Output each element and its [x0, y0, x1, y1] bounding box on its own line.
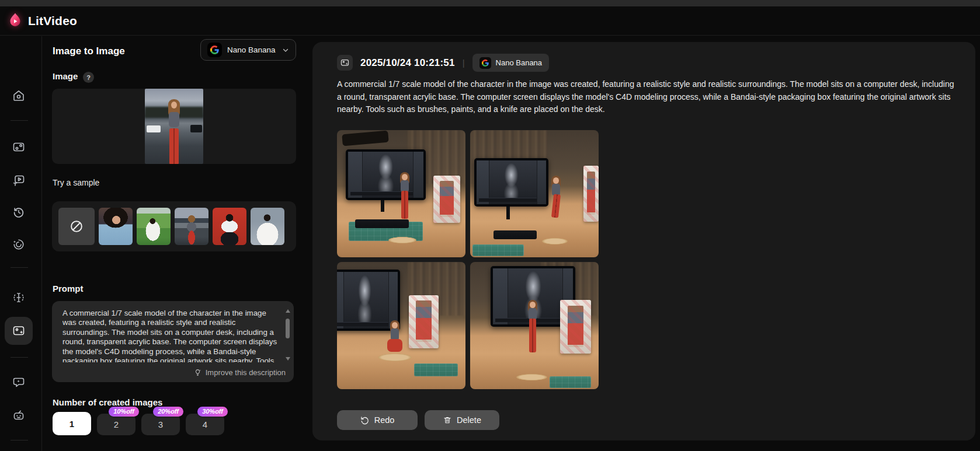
improve-description-label: Improve this description	[206, 368, 286, 377]
image-assets-icon	[12, 140, 26, 154]
sidebar-divider	[11, 440, 28, 440]
flame-play-icon	[8, 12, 23, 30]
delete-label: Delete	[457, 415, 481, 425]
sidebar-item-image-to-image-active[interactable]	[5, 317, 33, 345]
generated-image-2[interactable]	[470, 130, 599, 257]
sample-thumbnail-1[interactable]	[99, 208, 133, 245]
prompt-container: A commercial 1/7 scale model of the char…	[52, 301, 294, 382]
sidebar-divider	[11, 267, 28, 268]
generated-image-3[interactable]	[337, 262, 465, 389]
prompt-section-label: Prompt	[53, 284, 84, 293]
model-selector[interactable]: Nano Banana	[200, 39, 296, 61]
redo-label: Redo	[374, 415, 395, 425]
app-logo[interactable]: LitVideo	[8, 12, 77, 30]
image-count-options: 1 10%off 2 20%off 3 30%off 4	[53, 412, 224, 435]
text-to-video-icon	[12, 173, 26, 187]
image-help-icon[interactable]: ?	[83, 72, 94, 83]
prompt-scrollbar[interactable]	[285, 309, 290, 361]
delete-button[interactable]: Delete	[425, 410, 499, 430]
effects-icon	[12, 237, 26, 251]
chat-sparkle-icon	[12, 375, 26, 389]
image-to-image-icon	[337, 55, 353, 71]
uploaded-image-thumbnail	[145, 89, 203, 164]
sidebar-divider	[11, 357, 28, 358]
generation-result-card: 2025/10/24 10:21:51 | Nano Banana A comm…	[312, 42, 975, 440]
redo-button[interactable]: Redo	[337, 410, 418, 430]
google-g-icon	[207, 43, 222, 57]
image-section-label: Image	[53, 71, 78, 81]
generated-image-1[interactable]	[337, 130, 465, 257]
sample-section-label: Try a sample	[53, 178, 99, 187]
result-actions: Redo Delete	[337, 410, 499, 430]
result-timestamp: 2025/10/24 10:21:51	[360, 57, 455, 69]
robot-icon	[12, 408, 26, 422]
count-button-2[interactable]: 2	[97, 414, 135, 435]
count-section-label: Number of created images	[53, 397, 162, 407]
count-option-2: 10%off 2	[97, 414, 135, 435]
count-button-1[interactable]: 1	[53, 412, 91, 435]
sample-thumbnail-4[interactable]	[213, 208, 246, 245]
sidebar-item-history[interactable]	[12, 205, 26, 219]
sidebar-item-home[interactable]	[12, 89, 26, 103]
header-separator: |	[463, 58, 465, 68]
sidebar-item-text-edit[interactable]	[12, 291, 26, 305]
result-description: A commercial 1/7 scale model of the char…	[337, 78, 961, 116]
count-option-4: 30%off 4	[186, 414, 224, 435]
sample-thumbnail-2[interactable]	[137, 208, 171, 245]
discount-badge-10: 10%off	[109, 407, 139, 417]
sidebar-item-chat[interactable]	[12, 375, 26, 389]
model-badge: Nano Banana	[472, 54, 550, 72]
improve-description-button[interactable]: Improve this description	[193, 368, 286, 377]
count-button-3[interactable]: 3	[141, 414, 180, 435]
home-icon	[12, 89, 26, 103]
sidebar-divider	[11, 120, 28, 121]
model-selector-label: Nano Banana	[227, 46, 277, 54]
circle-slash-icon	[68, 218, 85, 235]
count-option-1: 1	[53, 412, 91, 435]
generated-images-grid	[337, 130, 599, 389]
sample-thumbnail-3[interactable]	[175, 208, 208, 245]
model-badge-label: Nano Banana	[496, 58, 543, 67]
image-upload-area[interactable]	[52, 89, 296, 164]
sidebar-item-effects[interactable]	[12, 237, 26, 251]
google-g-icon	[479, 57, 491, 69]
app-name: LitVideo	[28, 14, 77, 28]
discount-badge-20: 20%off	[153, 407, 183, 417]
result-header: 2025/10/24 10:21:51 | Nano Banana	[337, 54, 549, 72]
scroll-up-arrow[interactable]	[286, 309, 290, 313]
text-cursor-icon	[12, 291, 26, 305]
sidebar-rail	[0, 36, 42, 451]
trash-icon	[443, 415, 452, 425]
prompt-input[interactable]: A commercial 1/7 scale model of the char…	[62, 309, 279, 362]
bulb-sparkle-icon	[193, 368, 202, 377]
app-root: LitVideo	[0, 0, 980, 451]
discount-badge-30: 30%off	[197, 407, 228, 417]
page-title: Image to Image	[53, 46, 125, 57]
scrollbar-thumb[interactable]	[286, 319, 290, 338]
generated-image-4[interactable]	[470, 262, 599, 389]
count-option-3: 20%off 3	[141, 414, 180, 435]
image-to-image-icon	[12, 324, 26, 338]
sidebar-item-text-to-video[interactable]	[12, 173, 26, 187]
sample-none-option[interactable]	[58, 208, 95, 245]
chevron-down-icon	[282, 47, 289, 54]
sample-list	[52, 201, 296, 251]
window-top-strip	[0, 0, 980, 6]
count-button-4[interactable]: 4	[186, 414, 224, 435]
sample-thumbnail-5[interactable]	[251, 208, 284, 245]
sidebar-item-image-assets[interactable]	[12, 140, 26, 154]
redo-icon	[360, 415, 370, 425]
scroll-down-arrow[interactable]	[286, 357, 290, 361]
history-icon	[12, 205, 26, 219]
top-bar: LitVideo	[0, 6, 980, 36]
sidebar-item-assistant[interactable]	[12, 408, 26, 422]
